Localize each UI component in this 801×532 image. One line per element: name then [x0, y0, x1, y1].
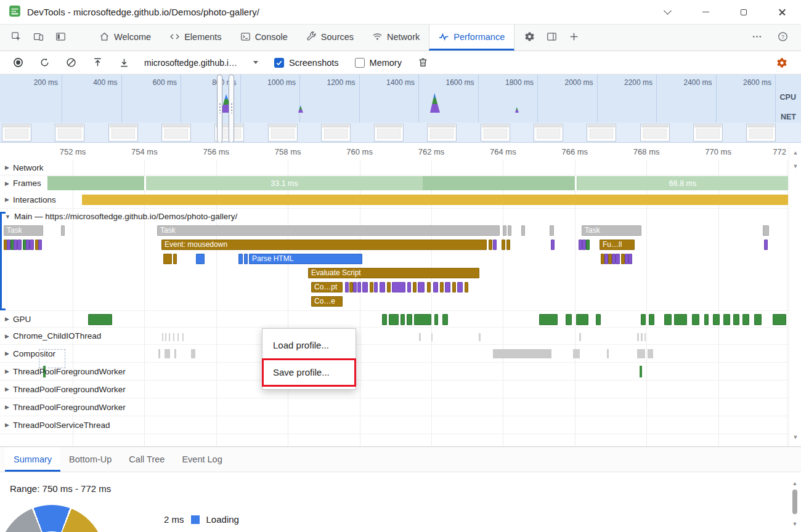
flame-bar[interactable] [413, 282, 417, 292]
gpu-activity-bar[interactable] [742, 314, 749, 325]
flame-bar[interactable] [521, 225, 525, 236]
tab-performance[interactable]: Performance [429, 25, 514, 50]
record-button[interactable] [7, 53, 28, 73]
gpu-activity-bar[interactable] [407, 314, 412, 325]
screenshots-checkbox[interactable]: Screenshots [274, 58, 339, 68]
tab-bottom-up[interactable]: Bottom-Up [60, 447, 120, 472]
flame-bar[interactable] [489, 240, 492, 250]
filmstrip-thumbnail[interactable] [55, 124, 84, 142]
dock-options-button[interactable] [654, 2, 680, 22]
filmstrip-thumbnail[interactable] [693, 124, 723, 142]
gpu-activity-bar[interactable] [414, 314, 431, 325]
flame-bar[interactable]: Co…e [311, 296, 343, 307]
reload-button[interactable] [34, 53, 55, 73]
interactions-track-toggle[interactable]: ▶Interactions [0, 191, 56, 208]
gpu-activity-bar[interactable] [389, 314, 399, 325]
flame-bar[interactable]: Event: mousedown [161, 240, 487, 250]
flame-bar[interactable] [586, 240, 590, 250]
flame-bar[interactable] [445, 282, 450, 292]
gpu-activity-bar[interactable] [649, 314, 654, 325]
tab-network[interactable]: Network [363, 25, 429, 50]
tab-call-tree[interactable]: Call Tree [120, 447, 173, 472]
gpu-activity-bar[interactable] [692, 314, 699, 325]
flame-bar[interactable] [457, 282, 463, 292]
filmstrip-thumbnail[interactable] [427, 124, 457, 142]
gpu-activity-bar[interactable] [674, 314, 687, 325]
flame-bar[interactable] [418, 282, 425, 292]
flame-bar[interactable] [244, 254, 248, 264]
scroll-down-icon[interactable]: ▼ [789, 433, 801, 441]
flame-bar[interactable] [345, 282, 349, 292]
main-flame-chart[interactable]: TaskTaskTaskEvent: mousedownFu…llParse H… [0, 225, 789, 311]
flame-bar[interactable] [392, 282, 405, 292]
filmstrip-thumbnail[interactable] [321, 124, 351, 142]
close-button[interactable] [769, 2, 795, 22]
menu-item-save-profile[interactable]: Save profile... [262, 359, 356, 386]
filmstrip-thumbnail[interactable] [587, 124, 616, 142]
flame-bar[interactable] [764, 240, 768, 250]
flame-bar[interactable] [502, 240, 505, 250]
thread-track-toggle[interactable]: ▶ThreadPoolServiceThread [0, 416, 110, 433]
flame-bar[interactable] [628, 254, 632, 264]
more-options-button[interactable] [746, 25, 768, 50]
flame-bar[interactable] [407, 282, 411, 292]
filmstrip-thumbnail[interactable] [374, 124, 404, 142]
gpu-activity-bar[interactable] [566, 314, 572, 325]
settings-button[interactable] [518, 25, 540, 50]
filmstrip-thumbnail[interactable] [161, 124, 191, 142]
clear-recordings-button[interactable] [413, 53, 434, 73]
flame-bar[interactable] [427, 282, 431, 292]
flame-bar[interactable] [173, 254, 177, 264]
thread-track-toggle[interactable]: ▶Chrome_ChildIOThread [0, 328, 101, 344]
gpu-activity-bar[interactable] [539, 314, 558, 325]
tab-console[interactable]: Console [231, 25, 297, 50]
maximize-button[interactable] [731, 2, 757, 22]
inspect-button[interactable] [5, 25, 27, 50]
filmstrip-thumbnail[interactable] [268, 124, 298, 142]
flame-bar[interactable] [465, 282, 468, 292]
thread-track-toggle[interactable]: ▶ThreadPoolForegroundWorker [0, 381, 126, 398]
flame-bar[interactable] [30, 240, 34, 250]
summary-scrollbar[interactable]: ▲ ▼ [789, 472, 801, 532]
flame-bar[interactable] [616, 254, 620, 264]
flame-bar[interactable] [452, 282, 456, 292]
flame-bar[interactable] [380, 282, 385, 292]
flame-bar[interactable] [38, 240, 42, 250]
gpu-activity-bar[interactable] [664, 314, 672, 325]
flame-bar[interactable] [506, 240, 510, 250]
flame-bar[interactable]: Parse HTML [249, 254, 362, 264]
gpu-activity-bar[interactable] [704, 314, 709, 325]
clear-button[interactable] [60, 53, 81, 73]
menu-item-load-profile[interactable]: Load profile... [262, 332, 356, 359]
gpu-activity-bar[interactable] [754, 314, 762, 325]
dock-side-button[interactable] [540, 25, 563, 50]
main-track-toggle[interactable]: ▼Main — https://microsoftedge.github.io/… [0, 209, 237, 224]
flame-bar[interactable] [387, 282, 391, 292]
filmstrip-thumbnail[interactable] [108, 124, 138, 142]
gpu-activity-bar[interactable] [723, 314, 730, 325]
flame-bar[interactable] [353, 282, 357, 292]
filmstrip-thumbnail[interactable] [2, 124, 31, 142]
frames-segment[interactable]: 33.1 ms [146, 176, 423, 190]
filmstrip-thumbnail[interactable] [481, 124, 510, 142]
gpu-track-toggle[interactable]: ▶GPU [0, 311, 31, 327]
frames-track-band[interactable]: 33.1 ms66.8 ms [0, 176, 788, 190]
timeline-overview[interactable]: 200 ms400 ms600 ms800 ms1000 ms1200 ms14… [0, 75, 801, 143]
flame-bar[interactable]: Evaluate Script [308, 268, 479, 278]
thread-activity-bar[interactable] [493, 349, 551, 358]
tab-event-log[interactable]: Event Log [173, 447, 230, 472]
flame-bar[interactable] [493, 240, 497, 250]
flame-bar[interactable] [196, 254, 205, 264]
frames-track-toggle[interactable]: ▶Frames [0, 175, 47, 191]
flame-bar[interactable] [238, 254, 243, 264]
gpu-activity-bar[interactable] [382, 314, 387, 325]
flame-bar[interactable] [763, 225, 769, 236]
flame-bar[interactable] [433, 282, 438, 292]
flame-bar[interactable] [550, 225, 554, 236]
filmstrip-thumbnail[interactable] [746, 124, 776, 142]
network-track-toggle[interactable]: ▶Network [0, 160, 43, 175]
flame-bar[interactable] [17, 240, 22, 250]
gpu-activity-bar[interactable] [576, 314, 588, 325]
flame-bar[interactable] [508, 225, 511, 236]
tab-welcome[interactable]: Welcome [90, 25, 160, 50]
